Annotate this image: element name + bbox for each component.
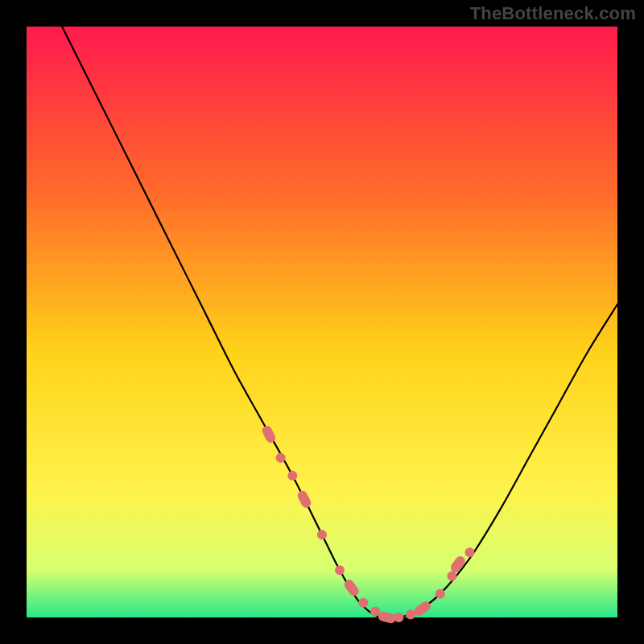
watermark-text: TheBottleneck.com xyxy=(470,3,636,24)
chart-frame: TheBottleneck.com xyxy=(0,0,644,644)
bottleneck-chart xyxy=(0,0,644,644)
plot-background xyxy=(27,27,617,617)
